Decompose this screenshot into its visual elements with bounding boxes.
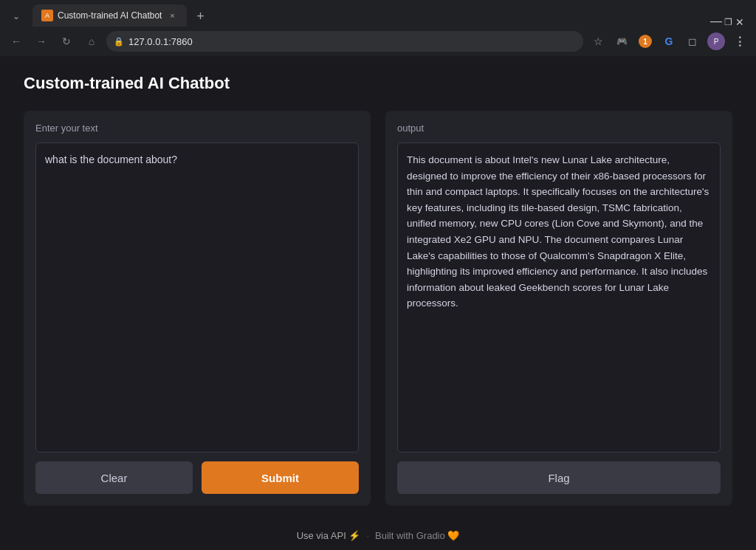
app-container: Custom-trained AI Chatbot Enter your tex… <box>0 56 756 523</box>
bookmark-button[interactable]: ☆ <box>588 31 608 52</box>
input-textarea[interactable]: what is the document about? <box>35 142 359 453</box>
address-text: 127.0.0.1:7860 <box>128 36 193 47</box>
profile-avatar: P <box>707 32 725 50</box>
maximize-button[interactable]: ❐ <box>724 18 732 27</box>
nav-icons-right: ☆ 🎮 1 G ◻ P ⋮ <box>588 31 750 52</box>
api-link[interactable]: Use via API ⚡ <box>297 530 361 541</box>
output-text-area: This document is about Intel's new Lunar… <box>397 142 721 453</box>
output-content: This document is about Intel's new Lunar… <box>407 154 709 309</box>
back-button[interactable]: ← <box>6 31 27 52</box>
footer: Use via API ⚡ · Built with Gradio 🧡 <box>0 520 756 550</box>
home-button[interactable]: ⌂ <box>81 31 102 52</box>
output-panel: output This document is about Intel's ne… <box>385 111 732 506</box>
refresh-button[interactable]: ↻ <box>56 31 77 52</box>
extension3-button[interactable]: G <box>659 31 679 52</box>
flag-button[interactable]: Flag <box>397 461 721 494</box>
active-tab[interactable]: A Custom-trained AI Chatbot × <box>32 4 187 27</box>
forward-button[interactable]: → <box>31 31 52 52</box>
lock-icon: 🔒 <box>114 37 124 47</box>
clear-button[interactable]: Clear <box>35 461 193 494</box>
tab-list-button[interactable]: ⌄ <box>6 6 27 27</box>
page-title: Custom-trained AI Chatbot <box>24 74 732 93</box>
footer-separator: · <box>366 530 369 541</box>
output-panel-label: output <box>397 123 721 134</box>
buttons-row: Clear Submit <box>35 461 359 494</box>
extension1-button[interactable]: 🎮 <box>611 31 632 52</box>
submit-button[interactable]: Submit <box>202 461 359 494</box>
profile-button[interactable]: P <box>706 31 726 52</box>
tab-bar: ⌄ A Custom-trained AI Chatbot × + — ❐ ✕ <box>0 0 756 27</box>
navigation-bar: ← → ↻ ⌂ 🔒 127.0.0.1:7860 ☆ 🎮 1 G ◻ P ⋮ <box>0 27 756 56</box>
tab-title: Custom-trained AI Chatbot <box>58 10 162 21</box>
tab-favicon: A <box>41 10 53 21</box>
extension4-button[interactable]: ◻ <box>682 31 703 52</box>
input-panel: Enter your text what is the document abo… <box>24 111 371 506</box>
window-controls: — ❐ ✕ <box>712 18 744 27</box>
new-tab-button[interactable]: + <box>190 6 210 27</box>
extension2-button[interactable]: 1 <box>635 31 656 52</box>
close-button[interactable]: ✕ <box>735 18 744 27</box>
input-panel-label: Enter your text <box>35 123 359 134</box>
browser-chrome: ⌄ A Custom-trained AI Chatbot × + — ❐ ✕ … <box>0 0 756 56</box>
built-with: Built with Gradio 🧡 <box>375 530 459 541</box>
address-bar[interactable]: 🔒 127.0.0.1:7860 <box>106 31 583 52</box>
menu-button[interactable]: ⋮ <box>729 31 750 52</box>
tab-close-button[interactable]: × <box>166 10 178 21</box>
minimize-button[interactable]: — <box>712 18 721 27</box>
panels-row: Enter your text what is the document abo… <box>24 111 732 506</box>
